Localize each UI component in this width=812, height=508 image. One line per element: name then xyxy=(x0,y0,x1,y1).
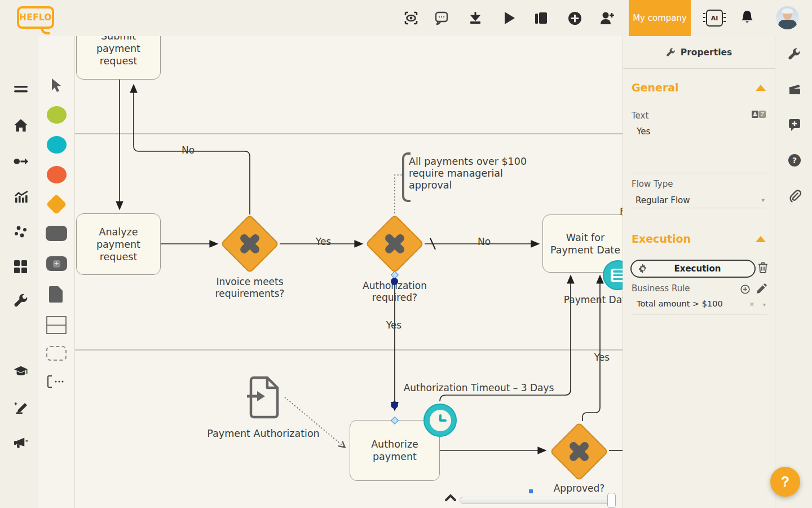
gateway-tool[interactable] xyxy=(46,194,67,215)
end-event-tool[interactable] xyxy=(46,164,67,185)
play-icon[interactable] xyxy=(501,10,517,26)
help-fab-button[interactable]: ? xyxy=(770,467,800,497)
preview-icon[interactable] xyxy=(403,10,419,26)
flow-label-yes-approved[interactable]: Yes xyxy=(589,352,615,364)
top-bar: HEFLO xyxy=(0,0,812,36)
selection-marker xyxy=(529,489,533,493)
timeout-flow-label[interactable]: Authorization Timeout – 3 Days xyxy=(403,382,555,394)
gateway-shape xyxy=(46,194,67,215)
flow-label-no-top[interactable]: No xyxy=(175,144,201,156)
cluster-icon[interactable] xyxy=(14,225,28,239)
comments-icon[interactable] xyxy=(434,10,449,26)
process-flow-icon[interactable] xyxy=(14,154,28,169)
task-submit-label: Submit payment request xyxy=(85,36,152,67)
flow-label-yes-selected[interactable]: Yes xyxy=(381,319,407,331)
association-annotation[interactable] xyxy=(395,175,402,213)
edit-pencil-icon[interactable] xyxy=(756,283,767,296)
dropdown-caret-icon[interactable]: ▾ xyxy=(761,196,765,204)
wrench-icon xyxy=(666,47,676,57)
pool-lane-tool[interactable] xyxy=(46,314,67,336)
text-format-icon[interactable]: AZ xyxy=(752,111,766,118)
clear-rule-icon[interactable]: ✕ xyxy=(749,301,754,308)
clipped-label-fragment: F xyxy=(617,206,623,218)
flow-label-no-2[interactable]: No xyxy=(471,236,497,248)
add-circle-icon[interactable] xyxy=(567,10,582,26)
menu-icon[interactable] xyxy=(14,82,28,97)
execution-config-button[interactable]: Execution xyxy=(630,260,756,278)
heflo-logo[interactable]: HEFLO xyxy=(17,6,54,29)
clock-icon xyxy=(430,410,451,431)
attachment-paperclip-icon[interactable] xyxy=(787,189,801,203)
add-comment-icon[interactable] xyxy=(787,117,801,132)
my-company-button[interactable]: My company xyxy=(629,0,691,36)
dashboard-grid-icon[interactable] xyxy=(14,260,28,274)
annotation-tool[interactable] xyxy=(46,371,67,392)
flow-type-select[interactable]: Regular Flow xyxy=(636,195,690,205)
timer-boundary-event[interactable] xyxy=(423,404,457,437)
properties-wrench-icon[interactable] xyxy=(787,47,801,61)
data-object-label[interactable]: Payment Authorization xyxy=(198,428,328,440)
tools-wrench-icon[interactable] xyxy=(14,293,28,308)
end-event-shape xyxy=(47,166,67,183)
help-circle-icon[interactable]: ? xyxy=(787,153,801,167)
task-tool[interactable] xyxy=(46,222,67,244)
announcements-icon[interactable] xyxy=(14,436,28,450)
delete-trash-icon[interactable] xyxy=(758,262,768,275)
task-shape xyxy=(46,226,67,241)
group-tool[interactable] xyxy=(46,343,67,364)
notifications-bell-icon[interactable] xyxy=(739,10,755,25)
diagram-canvas[interactable]: Submit payment request Analyze payment r… xyxy=(75,36,623,508)
task-analyze-label: Analyze payment request xyxy=(85,226,152,263)
flow-endpoint-handle[interactable] xyxy=(391,278,398,285)
add-rule-icon[interactable] xyxy=(740,284,750,296)
zoom-slider-track[interactable] xyxy=(460,497,616,504)
properties-title: Properties xyxy=(681,47,732,58)
boundary-event-label[interactable]: Payment Date xyxy=(555,294,623,306)
rule-dropdown-caret-icon[interactable]: ▾ xyxy=(763,301,766,308)
flow-label-yes-1[interactable]: Yes xyxy=(311,236,336,248)
document-tool[interactable] xyxy=(46,283,67,305)
annotation-text[interactable]: All payments over $100 require manageria… xyxy=(409,156,533,191)
home-icon[interactable] xyxy=(14,118,28,133)
divider xyxy=(631,208,767,208)
zoom-slider-handle[interactable] xyxy=(607,493,616,508)
group-shape xyxy=(46,346,67,361)
media-clapperboard-icon[interactable] xyxy=(787,82,801,96)
download-icon[interactable] xyxy=(467,10,483,26)
documents-icon[interactable] xyxy=(533,10,549,26)
start-event-tool[interactable] xyxy=(46,104,67,125)
academy-icon[interactable] xyxy=(14,364,28,379)
gateway-invoice-label[interactable]: Invoice meets requirements? xyxy=(202,276,298,300)
subprocess-shape: + xyxy=(46,256,67,271)
add-user-icon[interactable] xyxy=(599,10,615,26)
collapse-general-icon[interactable] xyxy=(756,85,766,91)
task-submit-payment-request[interactable]: Submit payment request xyxy=(76,36,161,80)
ai-chip-icon[interactable]: AI xyxy=(706,10,723,27)
flow-endpoint-handle[interactable] xyxy=(391,401,398,409)
reports-chart-icon[interactable] xyxy=(14,190,28,204)
business-rule-value[interactable]: Total amount > $100 xyxy=(637,299,723,308)
ai-chip-label: AI xyxy=(711,15,718,22)
data-input-payment-authorization[interactable] xyxy=(246,375,282,420)
text-field-value[interactable]: Yes xyxy=(637,126,650,137)
expand-panel-chevron[interactable] xyxy=(444,493,457,504)
select-cursor-tool[interactable] xyxy=(46,75,67,96)
properties-panel: Properties General Text AZ Yes Flow Type… xyxy=(623,36,775,508)
subprocess-tool[interactable]: + xyxy=(46,253,67,274)
help-fab-glyph: ? xyxy=(781,474,789,490)
gear-icon xyxy=(638,264,647,273)
svg-text:?: ? xyxy=(792,156,796,165)
left-sidebar xyxy=(0,36,38,508)
compose-icon[interactable] xyxy=(14,400,28,415)
general-section-header[interactable]: General xyxy=(632,81,679,94)
execution-section-header[interactable]: Execution xyxy=(632,233,691,245)
format-z-glyph: Z xyxy=(759,111,766,118)
collapse-execution-icon[interactable] xyxy=(756,236,766,242)
task-analyze-payment-request[interactable]: Analyze payment request xyxy=(76,213,161,275)
flow-type-label: Flow Type xyxy=(632,179,673,189)
intermediate-event-tool[interactable] xyxy=(46,134,67,155)
user-avatar[interactable] xyxy=(776,6,799,29)
subprocess-plus-glyph: + xyxy=(53,260,60,268)
format-a-glyph: A xyxy=(752,111,758,118)
logo-text: HEFLO xyxy=(19,12,51,23)
